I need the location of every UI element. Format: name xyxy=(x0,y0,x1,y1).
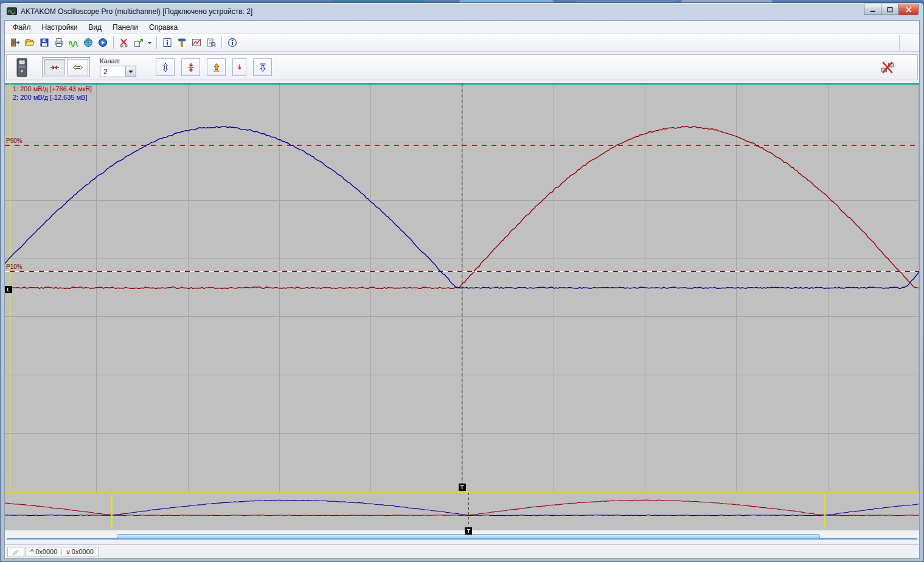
trigger-marker[interactable]: T xyxy=(459,484,466,491)
menu-help[interactable]: Справка xyxy=(144,22,183,33)
window-controls xyxy=(864,4,919,15)
toolbar-separator xyxy=(221,36,222,49)
horizontal-scrollbar[interactable] xyxy=(7,534,917,541)
main-toolbar xyxy=(5,33,919,52)
waveform-icon xyxy=(69,38,78,47)
pin-icon xyxy=(177,38,187,47)
overview-plot xyxy=(5,493,919,530)
app-window: AKTAKOM Oscilloscope Pro (multichannel) … xyxy=(0,2,924,562)
status-counters: ^ 0x0000 v 0x0000 xyxy=(26,547,99,557)
move-trace-up-button[interactable] xyxy=(207,58,226,76)
statusbar: ^ 0x0000 v 0x0000 xyxy=(5,544,919,558)
close-button[interactable] xyxy=(899,4,919,15)
maximize-icon xyxy=(887,7,893,13)
ch1-scale-label: 1: 200 мВ/д [+766,43 мкВ] xyxy=(13,85,92,93)
run-icon xyxy=(98,38,108,47)
expand-horizontal-button[interactable] xyxy=(67,59,88,75)
ch2-scale-label: 2: 200 мВ/д [-12,635 мВ] xyxy=(13,94,87,102)
window-title: AKTAKOM Oscilloscope Pro (multichannel) … xyxy=(21,7,252,16)
level-marker[interactable]: L xyxy=(5,286,12,293)
device-button[interactable] xyxy=(13,57,31,78)
channel-value: 2 xyxy=(103,68,108,76)
pin-button[interactable] xyxy=(175,35,189,50)
save-button[interactable] xyxy=(37,35,52,50)
pencil-icon xyxy=(12,548,20,556)
info-panel-button[interactable] xyxy=(160,35,175,50)
open-button[interactable] xyxy=(23,35,37,50)
expand-vertical-button[interactable] xyxy=(156,58,175,76)
scope-plot xyxy=(5,83,919,491)
overview-trigger-marker[interactable]: T xyxy=(465,527,472,535)
help-icon xyxy=(228,38,237,47)
p10-label: P10% xyxy=(6,263,23,270)
collapse-vertical-button[interactable] xyxy=(181,58,200,76)
toolbar-separator xyxy=(156,36,157,49)
overview-pane[interactable]: T xyxy=(5,491,919,530)
cut-icon xyxy=(119,38,129,47)
status-up-value: ^ 0x0000 xyxy=(30,548,57,555)
save-icon xyxy=(40,38,49,47)
caret-down-icon xyxy=(128,71,133,75)
info-panel-icon xyxy=(162,38,172,47)
control-panel: Канал: 2 xyxy=(6,54,918,80)
device-icon xyxy=(15,58,29,77)
minimize-button[interactable] xyxy=(864,4,881,15)
disconnect-device-button[interactable] xyxy=(878,58,897,77)
move-down-icon xyxy=(258,63,268,72)
collapse-horizontal-icon xyxy=(49,63,60,72)
minimize-icon xyxy=(870,7,876,13)
cut-button[interactable] xyxy=(117,35,131,50)
collapse-horizontal-button[interactable] xyxy=(44,59,65,75)
menubar: ФайлНастройкиВидПанелиСправка xyxy=(5,21,919,33)
trigger-level-button[interactable] xyxy=(232,58,246,76)
titlebar[interactable]: AKTAKOM Oscilloscope Pro (multichannel) … xyxy=(1,3,923,19)
menu-file[interactable]: Файл xyxy=(7,22,36,33)
exit-icon xyxy=(10,38,20,47)
print-preview-icon xyxy=(206,38,216,47)
move-up-icon xyxy=(212,63,221,72)
scope-display[interactable]: 1: 200 мВ/д [+766,43 мкВ] 2: 200 мВ/д [-… xyxy=(5,83,919,491)
move-trace-down-button[interactable] xyxy=(253,58,272,76)
help-button[interactable] xyxy=(225,35,240,50)
print-button[interactable] xyxy=(52,35,66,50)
channel-label: Канал: xyxy=(100,57,136,64)
expand-vertical-icon xyxy=(161,63,170,72)
status-edit-cell xyxy=(7,547,24,557)
print-icon xyxy=(54,38,64,47)
menu-settings[interactable]: Настройки xyxy=(36,22,83,33)
maximize-button[interactable] xyxy=(881,4,899,15)
run-button[interactable] xyxy=(96,35,110,50)
web-button[interactable] xyxy=(81,35,96,50)
web-icon xyxy=(83,38,93,47)
menu-view[interactable]: Вид xyxy=(83,22,107,33)
control-toolbar: Канал: 2 xyxy=(5,52,919,83)
channel-selector: Канал: 2 xyxy=(100,57,136,77)
scrollbar-thumb[interactable] xyxy=(117,534,820,539)
horizontal-scale-group xyxy=(42,57,90,77)
status-down-value: v 0x0000 xyxy=(66,548,94,555)
status-divider xyxy=(61,548,62,555)
desktop: AKTAKOM Oscilloscope Pro (multichannel) … xyxy=(0,0,924,562)
measure-icon xyxy=(192,38,201,47)
open-icon xyxy=(25,38,35,47)
channel-select[interactable]: 2 xyxy=(100,66,136,77)
measure-button[interactable] xyxy=(189,35,204,50)
export-icon xyxy=(134,38,144,47)
trigger-level-icon xyxy=(235,63,245,72)
client-area: ФайлНастройкиВидПанелиСправка xyxy=(4,20,920,559)
channel-dropdown-button[interactable] xyxy=(125,66,136,77)
app-icon xyxy=(7,6,17,16)
export-dropdown-button[interactable] xyxy=(146,35,153,50)
export-button[interactable] xyxy=(131,35,146,50)
menu-panels[interactable]: Панели xyxy=(107,22,144,33)
expand-horizontal-icon xyxy=(72,63,83,72)
toolbar-separator xyxy=(113,36,114,49)
waveform-button[interactable] xyxy=(66,35,81,50)
collapse-vertical-icon xyxy=(186,63,196,72)
print-preview-button[interactable] xyxy=(204,35,218,50)
scroll-row xyxy=(5,530,919,544)
exit-button[interactable] xyxy=(8,35,23,50)
p90-label: P90% xyxy=(6,137,23,144)
toolbar-right-grip xyxy=(899,35,916,50)
disconnect-icon xyxy=(881,61,894,74)
